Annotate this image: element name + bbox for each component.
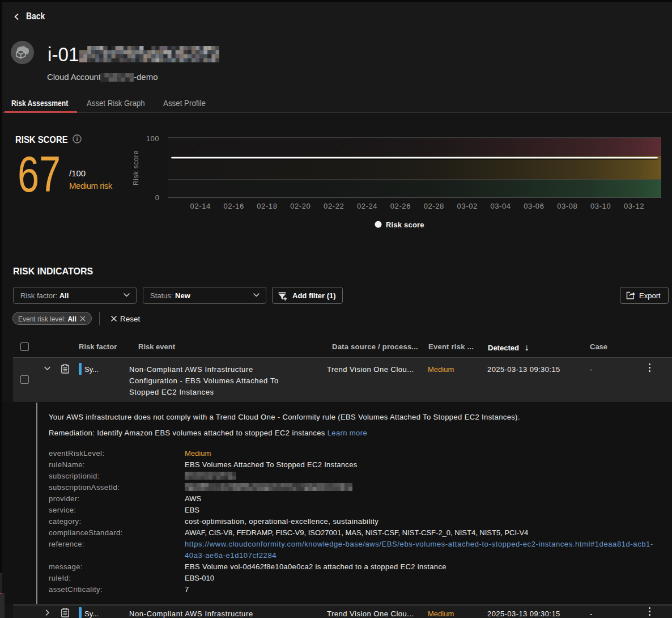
svg-text:03-02: 03-02 (457, 202, 478, 210)
svg-text:03-12: 03-12 (624, 202, 644, 210)
svg-text:02-14: 02-14 (190, 202, 211, 210)
svg-text:100: 100 (146, 134, 159, 143)
svg-text:02-22: 02-22 (324, 202, 344, 210)
svg-text:03-06: 03-06 (524, 202, 544, 210)
svg-text:02-18: 02-18 (257, 202, 277, 210)
svg-text:02-24: 02-24 (357, 202, 377, 210)
svg-text:0: 0 (155, 193, 159, 202)
svg-text:02-16: 02-16 (223, 202, 244, 210)
svg-text:03-10: 03-10 (590, 202, 611, 210)
svg-text:03-08: 03-08 (557, 202, 577, 210)
svg-text:Risk score: Risk score (386, 221, 424, 229)
svg-text:02-26: 02-26 (390, 202, 411, 210)
svg-text:03-04: 03-04 (490, 202, 511, 210)
svg-text:02-20: 02-20 (290, 202, 311, 210)
svg-text:02-28: 02-28 (424, 202, 444, 210)
svg-text:Risk score: Risk score (133, 150, 140, 185)
